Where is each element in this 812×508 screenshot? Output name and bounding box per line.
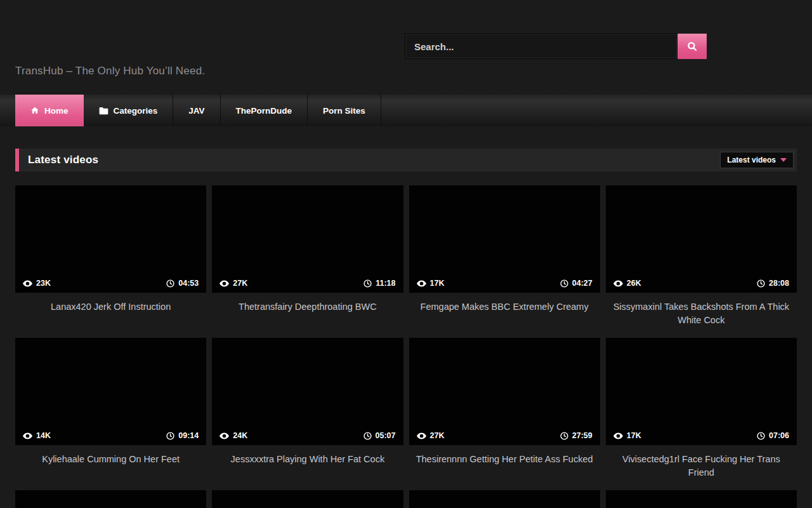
- video-card[interactable]: [15, 490, 206, 508]
- nav-item-theporndude[interactable]: ThePornDude: [221, 95, 308, 126]
- nav-item-categories[interactable]: Categories: [84, 95, 174, 126]
- video-duration: 09:14: [178, 431, 199, 440]
- video-thumbnail[interactable]: 24K 05:07: [212, 338, 403, 445]
- nav-label: Porn Sites: [323, 106, 365, 116]
- nav-label: Home: [44, 106, 69, 116]
- video-card[interactable]: [212, 490, 403, 508]
- search-bar: [405, 34, 707, 59]
- search-icon: [686, 41, 698, 52]
- clock-icon: [757, 432, 765, 440]
- video-meta: 23K 04:53: [15, 274, 206, 293]
- video-title[interactable]: Thesirennnn Getting Her Petite Ass Fucke…: [409, 445, 600, 490]
- video-title[interactable]: Thetransfairy Deepthroating BWC: [212, 293, 403, 338]
- video-duration: 07:06: [769, 431, 789, 440]
- clock-icon: [363, 279, 372, 288]
- video-meta: 24K 05:07: [212, 426, 403, 445]
- view-count: 23K: [36, 279, 51, 288]
- clock-icon: [757, 279, 765, 288]
- video-duration: 05:07: [376, 431, 396, 440]
- video-thumbnail[interactable]: 26K 28:08: [606, 185, 797, 293]
- video-thumbnail[interactable]: [15, 490, 206, 508]
- video-card[interactable]: 24K 05:07 Jessxxxtra Playing With Her Fa…: [212, 338, 403, 490]
- video-title[interactable]: Sissymaxinl Takes Backshots From A Thick…: [606, 293, 797, 338]
- eye-icon: [23, 432, 32, 439]
- video-thumbnail[interactable]: [606, 490, 797, 508]
- eye-icon: [219, 432, 229, 439]
- view-count: 24K: [233, 431, 247, 440]
- folder-icon: [99, 107, 108, 115]
- video-thumbnail[interactable]: 23K 04:53: [15, 185, 206, 293]
- eye-icon: [219, 280, 229, 287]
- nav-label: Categories: [114, 106, 158, 116]
- video-thumbnail[interactable]: 27K 11:18: [212, 185, 403, 293]
- video-title[interactable]: Lanax420 Jerk Off Instruction: [15, 293, 206, 338]
- video-card[interactable]: 23K 04:53 Lanax420 Jerk Off Instruction: [15, 185, 206, 338]
- eye-icon: [23, 280, 32, 287]
- video-meta: 26K 28:08: [606, 274, 797, 293]
- video-card[interactable]: 26K 28:08 Sissymaxinl Takes Backshots Fr…: [606, 185, 797, 338]
- clock-icon: [363, 432, 372, 440]
- video-grid: 23K 04:53 Lanax420 Jerk Off Instruction …: [15, 185, 797, 490]
- clock-icon: [166, 432, 174, 440]
- clock-icon: [166, 279, 174, 288]
- eye-icon: [613, 280, 623, 287]
- video-title[interactable]: Jessxxxtra Playing With Her Fat Cock: [212, 445, 403, 490]
- video-duration: 04:27: [572, 279, 593, 288]
- video-card[interactable]: 27K 11:18 Thetransfairy Deepthroating BW…: [212, 185, 403, 338]
- eye-icon: [417, 280, 426, 287]
- sort-dropdown[interactable]: Latest videos: [720, 152, 794, 168]
- clock-icon: [560, 279, 568, 288]
- section-title: Latest videos: [28, 154, 98, 166]
- video-duration: 27:59: [572, 431, 593, 440]
- video-title[interactable]: Femgape Makes BBC Extremely Creamy: [409, 293, 600, 338]
- video-title[interactable]: Vivisectedg1rl Face Fucking Her Trans Fr…: [606, 445, 797, 490]
- video-meta: 17K 07:06: [606, 426, 797, 445]
- nav-item-jav[interactable]: JAV: [173, 95, 220, 126]
- caret-down-icon: [780, 158, 787, 162]
- main-nav: Home Categories JAV ThePornDude Porn Sit…: [0, 95, 812, 126]
- nav-label: JAV: [188, 106, 204, 116]
- video-thumbnail[interactable]: 17K 07:06: [606, 338, 797, 445]
- clock-icon: [560, 432, 568, 440]
- video-thumbnail[interactable]: 27K 27:59: [409, 338, 600, 445]
- page-header: TransHub – The Only Hub You’ll Need.: [0, 0, 812, 95]
- view-count: 27K: [233, 279, 247, 288]
- video-thumbnail[interactable]: [409, 490, 600, 508]
- video-thumbnail[interactable]: 14K 09:14: [15, 338, 206, 445]
- video-thumbnail[interactable]: [212, 490, 403, 508]
- video-card[interactable]: 14K 09:14 Kyliehaale Cumming On Her Feet: [15, 338, 206, 490]
- video-card[interactable]: 27K 27:59 Thesirennnn Getting Her Petite…: [409, 338, 600, 490]
- search-button[interactable]: [678, 34, 707, 59]
- video-card[interactable]: 17K 04:27 Femgape Makes BBC Extremely Cr…: [409, 185, 600, 338]
- video-meta: 14K 09:14: [15, 426, 206, 445]
- video-meta: 27K 11:18: [212, 274, 403, 293]
- eye-icon: [613, 432, 623, 439]
- view-count: 17K: [627, 431, 641, 440]
- nav-label: ThePornDude: [236, 106, 292, 116]
- section-header: Latest videos Latest videos: [15, 149, 797, 171]
- view-count: 26K: [627, 279, 641, 288]
- sort-label: Latest videos: [727, 156, 776, 164]
- video-duration: 11:18: [376, 279, 395, 288]
- eye-icon: [417, 432, 426, 439]
- video-title[interactable]: Kyliehaale Cumming On Her Feet: [15, 445, 206, 490]
- nav-item-home[interactable]: Home: [15, 95, 84, 126]
- video-card[interactable]: 17K 07:06 Vivisectedg1rl Face Fucking He…: [606, 338, 797, 490]
- video-meta: 17K 04:27: [409, 274, 600, 293]
- nav-item-porn-sites[interactable]: Porn Sites: [308, 95, 381, 126]
- video-card[interactable]: [409, 490, 600, 508]
- video-thumbnail[interactable]: 17K 04:27: [409, 185, 600, 293]
- view-count: 17K: [430, 279, 445, 288]
- site-tagline: TransHub – The Only Hub You’ll Need.: [15, 65, 205, 77]
- video-card[interactable]: [606, 490, 797, 508]
- search-input[interactable]: [405, 34, 678, 59]
- video-duration: 28:08: [769, 279, 789, 288]
- video-grid-partial-row: [15, 490, 797, 508]
- view-count: 14K: [36, 431, 51, 440]
- home-icon: [30, 106, 39, 115]
- view-count: 27K: [430, 431, 445, 440]
- video-meta: 27K 27:59: [409, 426, 600, 445]
- video-duration: 04:53: [178, 279, 199, 288]
